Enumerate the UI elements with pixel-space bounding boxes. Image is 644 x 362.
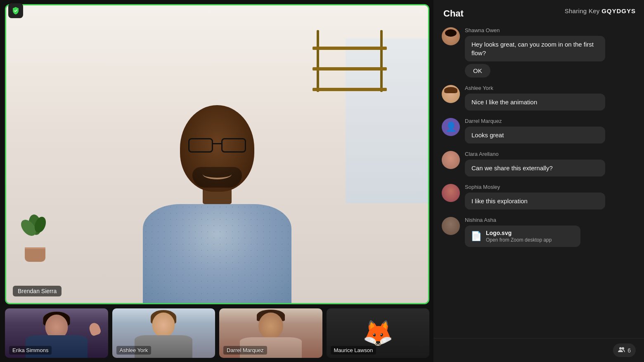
thumb-head-ashlee: [152, 313, 175, 337]
shelf-support-right: [380, 30, 383, 92]
plant-pot: [25, 247, 45, 262]
speaker-head: [180, 105, 254, 192]
thumbnail-darrel[interactable]: Darrel Marquez: [219, 308, 322, 358]
file-name: Logo.svg: [486, 230, 552, 236]
msg-ok-shawna: OK: [465, 64, 490, 78]
glasses-left: [188, 138, 213, 153]
thumb-name-ashlee: Ashlee York: [116, 346, 152, 355]
msg-sender-ashlee: Ashlee York: [465, 85, 636, 91]
thumbnail-strip: Erika Simmons Ashlee York Darrel Marqu: [5, 308, 429, 358]
msg-sender-nishina: Nishina Asha: [465, 217, 636, 223]
avatar-sophia: [442, 184, 460, 202]
plant-leaves: [23, 214, 47, 247]
chat-bottom-bar: 6: [433, 338, 644, 362]
participants-count-number: 6: [627, 347, 631, 354]
speaker-glasses: [184, 138, 250, 155]
shirt-pattern: [143, 204, 291, 303]
file-action: Open from Zoom desktop app: [486, 237, 552, 243]
main-video: Brendan Sierra: [5, 4, 429, 304]
wall-shelf: [313, 30, 387, 92]
shelf-board-2: [313, 67, 387, 71]
thumb-name-erika: Erika Simmons: [9, 346, 52, 355]
svg-point-0: [619, 347, 622, 350]
thumb-name-darrel: Darrel Marquez: [223, 346, 267, 355]
logo-shield: [8, 3, 23, 18]
msg-bubble-ashlee: Nice I like the animation: [465, 94, 605, 110]
thumbnail-erika[interactable]: Erika Simmons: [5, 308, 108, 358]
msg-content-clara: Clara Arellano Can we share this externa…: [465, 151, 636, 176]
participants-count: 6: [613, 343, 636, 357]
sharing-key-value: GQYDGYS: [601, 7, 636, 14]
file-info: Logo.svg Open from Zoom desktop app: [486, 230, 552, 243]
avatar-shawna: [442, 27, 460, 45]
chat-message-ashlee: Ashlee York Nice I like the animation: [442, 85, 636, 110]
darrel-avatar-icon: 👤: [445, 122, 457, 132]
logo-area: [8, 3, 23, 18]
msg-content-darrel: Darrel Marquez Looks great: [465, 118, 636, 143]
thumb-name-maurice: Maurice Lawson: [331, 346, 376, 355]
main-video-content: [6, 5, 428, 303]
chat-message-nishina: Nishina Asha 📄 Logo.svg Open from Zoom d…: [442, 217, 636, 247]
chat-message-sophia: Sophia Mosley I like this exploration: [442, 184, 636, 209]
shield-icon: [11, 6, 20, 15]
glasses-bridge: [213, 143, 221, 144]
people-icon: [618, 347, 625, 353]
msg-sender-sophia: Sophia Mosley: [465, 184, 636, 190]
msg-sender-darrel: Darrel Marquez: [465, 118, 636, 124]
glasses-right: [221, 138, 246, 153]
speaker-name-tag: Brendan Sierra: [13, 286, 62, 296]
fox-avatar: 🦊: [362, 321, 393, 346]
msg-bubble-sophia: I like this exploration: [465, 193, 605, 209]
msg-bubble-shawna: Hey looks great, can you zoom in on the …: [465, 36, 605, 61]
participants-icon: [618, 346, 625, 355]
file-attachment[interactable]: 📄 Logo.svg Open from Zoom desktop app: [465, 226, 580, 247]
avatar-ashlee: [442, 85, 460, 103]
thumb-hand-erika: [88, 322, 102, 337]
thumbnail-ashlee[interactable]: Ashlee York: [112, 308, 215, 358]
video-area: Brendan Sierra Erika Simmons: [0, 0, 433, 362]
chat-message-clara: Clara Arellano Can we share this externa…: [442, 151, 636, 176]
thumbnail-maurice[interactable]: 🦊 Maurice Lawson: [327, 308, 430, 358]
top-bar: Sharing Key GQYDGYS: [0, 0, 644, 21]
shelf-support-left: [317, 30, 319, 92]
avatar-clara: [442, 151, 460, 169]
avatar-nishina: [442, 217, 460, 235]
avatar-darrel: 👤: [442, 118, 460, 136]
msg-sender-shawna: Shawna Owen: [465, 27, 636, 33]
chat-panel: Chat Shawna Owen Hey looks great, can yo…: [433, 0, 644, 362]
msg-bubble-darrel: Looks great: [465, 127, 605, 143]
shelf-board-3: [313, 88, 387, 91]
msg-content-ashlee: Ashlee York Nice I like the animation: [465, 85, 636, 110]
chat-message-darrel: 👤 Darrel Marquez Looks great: [442, 118, 636, 143]
msg-content-sophia: Sophia Mosley I like this exploration: [465, 184, 636, 209]
speaker-smile: [203, 169, 232, 179]
msg-sender-clara: Clara Arellano: [465, 151, 636, 157]
speaker-shirt: [143, 204, 291, 303]
main-content: Brendan Sierra Erika Simmons: [0, 0, 644, 362]
chat-message-shawna: Shawna Owen Hey looks great, can you zoo…: [442, 27, 636, 78]
chat-messages[interactable]: Shawna Owen Hey looks great, can you zoo…: [433, 23, 644, 338]
sharing-key-display: Sharing Key GQYDGYS: [565, 7, 636, 14]
msg-content-nishina: Nishina Asha 📄 Logo.svg Open from Zoom d…: [465, 217, 636, 247]
file-icon: 📄: [471, 231, 482, 242]
plant: [23, 214, 47, 262]
svg-point-1: [622, 347, 624, 350]
speaker-video: [118, 64, 316, 303]
msg-bubble-clara: Can we share this externally?: [465, 160, 605, 176]
msg-content-shawna: Shawna Owen Hey looks great, can you zoo…: [465, 27, 636, 78]
shelf-board-1: [313, 47, 387, 50]
thumb-head-darrel: [258, 313, 283, 339]
